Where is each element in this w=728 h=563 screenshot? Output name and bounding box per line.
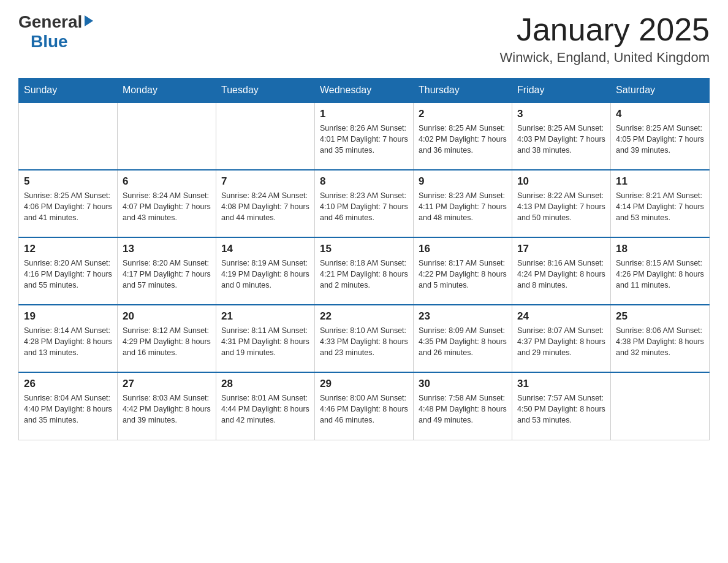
day-info: Sunrise: 8:01 AM Sunset: 4:44 PM Dayligh… bbox=[221, 393, 309, 426]
logo-blue-text: Blue bbox=[31, 32, 68, 52]
day-cell: 18Sunrise: 8:15 AM Sunset: 4:26 PM Dayli… bbox=[611, 237, 710, 305]
day-number: 16 bbox=[419, 243, 507, 255]
day-number: 29 bbox=[320, 378, 408, 390]
day-number: 25 bbox=[616, 310, 704, 323]
day-number: 21 bbox=[221, 310, 309, 323]
day-cell: 20Sunrise: 8:12 AM Sunset: 4:29 PM Dayli… bbox=[118, 305, 216, 372]
logo: General Blue bbox=[18, 12, 93, 52]
day-cell: 24Sunrise: 8:07 AM Sunset: 4:37 PM Dayli… bbox=[512, 305, 611, 372]
day-info: Sunrise: 8:16 AM Sunset: 4:24 PM Dayligh… bbox=[517, 258, 605, 291]
week-row-4: 19Sunrise: 8:14 AM Sunset: 4:28 PM Dayli… bbox=[19, 305, 710, 372]
day-number: 13 bbox=[123, 243, 211, 255]
calendar-title: January 2025 bbox=[500, 12, 710, 47]
day-number: 18 bbox=[616, 243, 704, 255]
day-number: 10 bbox=[517, 175, 605, 188]
day-number: 5 bbox=[24, 175, 112, 188]
logo-general-text: General bbox=[18, 12, 82, 32]
week-row-3: 12Sunrise: 8:20 AM Sunset: 4:16 PM Dayli… bbox=[19, 237, 710, 305]
day-info: Sunrise: 8:25 AM Sunset: 4:03 PM Dayligh… bbox=[517, 123, 605, 156]
day-number: 17 bbox=[517, 243, 605, 255]
day-info: Sunrise: 8:12 AM Sunset: 4:29 PM Dayligh… bbox=[123, 325, 211, 358]
day-number: 4 bbox=[616, 108, 704, 120]
day-cell bbox=[216, 102, 315, 170]
day-cell: 13Sunrise: 8:20 AM Sunset: 4:17 PM Dayli… bbox=[118, 237, 216, 305]
day-cell: 8Sunrise: 8:23 AM Sunset: 4:10 PM Daylig… bbox=[315, 170, 414, 237]
day-info: Sunrise: 8:19 AM Sunset: 4:19 PM Dayligh… bbox=[221, 258, 309, 291]
calendar-header: SundayMondayTuesdayWednesdayThursdayFrid… bbox=[19, 79, 710, 103]
day-info: Sunrise: 8:04 AM Sunset: 4:40 PM Dayligh… bbox=[24, 393, 112, 426]
day-cell: 7Sunrise: 8:24 AM Sunset: 4:08 PM Daylig… bbox=[216, 170, 315, 237]
day-info: Sunrise: 8:14 AM Sunset: 4:28 PM Dayligh… bbox=[24, 325, 112, 358]
day-info: Sunrise: 8:23 AM Sunset: 4:11 PM Dayligh… bbox=[419, 190, 507, 223]
day-number: 1 bbox=[320, 108, 408, 120]
day-number: 14 bbox=[221, 243, 309, 255]
day-cell: 9Sunrise: 8:23 AM Sunset: 4:11 PM Daylig… bbox=[414, 170, 512, 237]
header-cell-friday: Friday bbox=[512, 79, 611, 103]
header-cell-monday: Monday bbox=[118, 79, 216, 103]
day-number: 3 bbox=[517, 108, 605, 120]
week-row-5: 26Sunrise: 8:04 AM Sunset: 4:40 PM Dayli… bbox=[19, 372, 710, 440]
day-cell: 5Sunrise: 8:25 AM Sunset: 4:06 PM Daylig… bbox=[19, 170, 118, 237]
day-number: 20 bbox=[123, 310, 211, 323]
week-row-1: 1Sunrise: 8:26 AM Sunset: 4:01 PM Daylig… bbox=[19, 102, 710, 170]
header-cell-wednesday: Wednesday bbox=[315, 79, 414, 103]
day-info: Sunrise: 8:25 AM Sunset: 4:02 PM Dayligh… bbox=[419, 123, 507, 156]
day-cell: 16Sunrise: 8:17 AM Sunset: 4:22 PM Dayli… bbox=[414, 237, 512, 305]
day-info: Sunrise: 8:09 AM Sunset: 4:35 PM Dayligh… bbox=[419, 325, 507, 358]
header-cell-saturday: Saturday bbox=[611, 79, 710, 103]
day-number: 24 bbox=[517, 310, 605, 323]
day-cell: 29Sunrise: 8:00 AM Sunset: 4:46 PM Dayli… bbox=[315, 372, 414, 440]
logo-triangle-icon bbox=[85, 15, 93, 26]
day-info: Sunrise: 8:17 AM Sunset: 4:22 PM Dayligh… bbox=[419, 258, 507, 291]
day-cell: 6Sunrise: 8:24 AM Sunset: 4:07 PM Daylig… bbox=[118, 170, 216, 237]
week-row-2: 5Sunrise: 8:25 AM Sunset: 4:06 PM Daylig… bbox=[19, 170, 710, 237]
day-cell: 23Sunrise: 8:09 AM Sunset: 4:35 PM Dayli… bbox=[414, 305, 512, 372]
day-info: Sunrise: 8:20 AM Sunset: 4:17 PM Dayligh… bbox=[123, 258, 211, 291]
day-number: 2 bbox=[419, 108, 507, 120]
day-number: 19 bbox=[24, 310, 112, 323]
day-number: 7 bbox=[221, 175, 309, 188]
day-cell: 11Sunrise: 8:21 AM Sunset: 4:14 PM Dayli… bbox=[611, 170, 710, 237]
day-cell: 1Sunrise: 8:26 AM Sunset: 4:01 PM Daylig… bbox=[315, 102, 414, 170]
day-number: 9 bbox=[419, 175, 507, 188]
day-info: Sunrise: 7:58 AM Sunset: 4:48 PM Dayligh… bbox=[419, 393, 507, 426]
day-info: Sunrise: 8:26 AM Sunset: 4:01 PM Dayligh… bbox=[320, 123, 408, 156]
day-info: Sunrise: 8:21 AM Sunset: 4:14 PM Dayligh… bbox=[616, 190, 704, 223]
day-number: 6 bbox=[123, 175, 211, 188]
day-cell bbox=[118, 102, 216, 170]
day-info: Sunrise: 8:10 AM Sunset: 4:33 PM Dayligh… bbox=[320, 325, 408, 358]
day-cell: 19Sunrise: 8:14 AM Sunset: 4:28 PM Dayli… bbox=[19, 305, 118, 372]
title-area: January 2025 Winwick, England, United Ki… bbox=[500, 12, 710, 66]
day-cell: 22Sunrise: 8:10 AM Sunset: 4:33 PM Dayli… bbox=[315, 305, 414, 372]
day-number: 22 bbox=[320, 310, 408, 323]
day-info: Sunrise: 8:06 AM Sunset: 4:38 PM Dayligh… bbox=[616, 325, 704, 358]
day-cell: 10Sunrise: 8:22 AM Sunset: 4:13 PM Dayli… bbox=[512, 170, 611, 237]
day-info: Sunrise: 8:25 AM Sunset: 4:06 PM Dayligh… bbox=[24, 190, 112, 223]
day-info: Sunrise: 7:57 AM Sunset: 4:50 PM Dayligh… bbox=[517, 393, 605, 426]
day-cell bbox=[19, 102, 118, 170]
day-cell: 30Sunrise: 7:58 AM Sunset: 4:48 PM Dayli… bbox=[414, 372, 512, 440]
day-cell: 12Sunrise: 8:20 AM Sunset: 4:16 PM Dayli… bbox=[19, 237, 118, 305]
day-cell: 3Sunrise: 8:25 AM Sunset: 4:03 PM Daylig… bbox=[512, 102, 611, 170]
day-info: Sunrise: 8:24 AM Sunset: 4:08 PM Dayligh… bbox=[221, 190, 309, 223]
day-number: 31 bbox=[517, 378, 605, 390]
day-info: Sunrise: 8:20 AM Sunset: 4:16 PM Dayligh… bbox=[24, 258, 112, 291]
day-cell: 14Sunrise: 8:19 AM Sunset: 4:19 PM Dayli… bbox=[216, 237, 315, 305]
day-info: Sunrise: 8:22 AM Sunset: 4:13 PM Dayligh… bbox=[517, 190, 605, 223]
header: General Blue January 2025 Winwick, Engla… bbox=[18, 12, 710, 66]
day-number: 15 bbox=[320, 243, 408, 255]
day-cell: 28Sunrise: 8:01 AM Sunset: 4:44 PM Dayli… bbox=[216, 372, 315, 440]
day-number: 27 bbox=[123, 378, 211, 390]
day-info: Sunrise: 8:18 AM Sunset: 4:21 PM Dayligh… bbox=[320, 258, 408, 291]
header-row: SundayMondayTuesdayWednesdayThursdayFrid… bbox=[19, 79, 710, 103]
calendar-body: 1Sunrise: 8:26 AM Sunset: 4:01 PM Daylig… bbox=[19, 102, 710, 440]
day-info: Sunrise: 8:07 AM Sunset: 4:37 PM Dayligh… bbox=[517, 325, 605, 358]
day-cell bbox=[611, 372, 710, 440]
day-number: 11 bbox=[616, 175, 704, 188]
day-info: Sunrise: 8:03 AM Sunset: 4:42 PM Dayligh… bbox=[123, 393, 211, 426]
day-info: Sunrise: 8:24 AM Sunset: 4:07 PM Dayligh… bbox=[123, 190, 211, 223]
day-number: 28 bbox=[221, 378, 309, 390]
day-info: Sunrise: 8:25 AM Sunset: 4:05 PM Dayligh… bbox=[616, 123, 704, 156]
day-cell: 15Sunrise: 8:18 AM Sunset: 4:21 PM Dayli… bbox=[315, 237, 414, 305]
day-number: 12 bbox=[24, 243, 112, 255]
